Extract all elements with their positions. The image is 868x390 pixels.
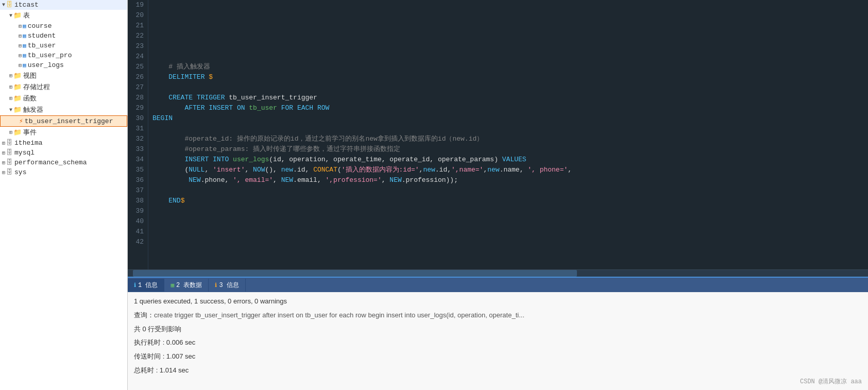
- bottom-panel: ℹ 1 信息 ▦ 2 表数据 ℹ 3 信息 1 queries executed…: [128, 277, 868, 390]
- query-text: 查询：create trigger tb_user_insert_trigger…: [134, 310, 862, 321]
- folder-view[interactable]: ⊞ 📁 视图: [0, 70, 127, 81]
- code-line-31: [152, 124, 864, 134]
- bottom-tabs: ℹ 1 信息 ▦ 2 表数据 ℹ 3 信息: [128, 278, 868, 292]
- code-line-24: [152, 52, 864, 62]
- event-expand[interactable]: ⊞: [9, 129, 12, 135]
- code-line-23: [152, 41, 864, 52]
- trigger-expand[interactable]: ▼: [9, 107, 12, 113]
- table-icon-course: ▦: [23, 23, 26, 29]
- db-itcast[interactable]: ▼ 🗄 itcast: [0, 0, 127, 10]
- sys-expand[interactable]: ⊞: [2, 169, 5, 176]
- folder-func[interactable]: ⊞ 📁 函数: [0, 93, 127, 104]
- proc-expand[interactable]: ⊞: [9, 84, 12, 90]
- trigger-item-label: tb_user_insert_trigger: [25, 117, 113, 125]
- db-name-itcast: itcast: [14, 1, 39, 9]
- trigger-item-icon: ⚡: [19, 117, 23, 125]
- table-icon-user-logs: ▦: [23, 62, 26, 69]
- user-logs-expand[interactable]: ⊞: [19, 62, 22, 69]
- itheima-expand[interactable]: ⊞: [2, 140, 5, 146]
- tb-user-expand[interactable]: ⊞: [19, 43, 22, 49]
- tab-info-1[interactable]: ℹ 1 信息: [128, 279, 164, 292]
- trigger-item-tb-user-insert[interactable]: ⚡ tb_user_insert_trigger: [0, 115, 127, 127]
- exec-value: : 0.006 sec: [163, 338, 196, 346]
- table-tb-user-pro[interactable]: ⊞ ▦ tb_user_pro: [0, 50, 127, 60]
- code-editor[interactable]: 1920212223242526272829303132333435363738…: [128, 0, 868, 269]
- stat-exec: 执行耗时 : 0.006 sec: [134, 337, 862, 348]
- table-folder-expand[interactable]: ▼: [9, 13, 12, 19]
- tab-table-data[interactable]: ▦ 2 表数据: [164, 279, 209, 292]
- db-icon: 🗄: [6, 1, 13, 9]
- table-folder-icon: 📁: [13, 11, 22, 20]
- line-number-22: 22: [132, 31, 144, 41]
- table-icon-student: ▦: [23, 32, 26, 39]
- db-performance-schema[interactable]: ⊞ 🗄 performance_schema: [0, 158, 127, 167]
- code-line-40: [152, 216, 864, 227]
- code-line-35: (NULL, 'insert', NOW(), new.id, CONCAT('…: [152, 165, 864, 175]
- line-number-29: 29: [132, 103, 144, 113]
- db-sys[interactable]: ⊞ 🗄 sys: [0, 167, 127, 177]
- code-line-32: #operate_id: 操作的原始记录的id，通过之前学习的别名new拿到插入…: [152, 134, 864, 144]
- stat-total: 总耗时 : 1.014 sec: [134, 365, 862, 376]
- view-folder-label: 视图: [23, 71, 37, 80]
- watermark: CSDN @清风微凉 aaa: [800, 377, 862, 386]
- total-value: : 1.014 sec: [156, 366, 189, 374]
- db-itheima[interactable]: ⊞ 🗄 itheima: [0, 138, 127, 148]
- code-line-29: AFTER INSERT ON tb_user FOR EACH ROW: [152, 103, 864, 113]
- folder-proc[interactable]: ⊞ 📁 存储过程: [0, 81, 127, 93]
- line-number-42: 42: [132, 237, 144, 247]
- tab2-label: 2 表数据: [176, 281, 202, 290]
- expand-icon[interactable]: ▼: [2, 2, 5, 8]
- table-name-user-logs: user_logs: [28, 61, 64, 69]
- course-expand[interactable]: ⊞: [19, 23, 22, 29]
- line-number-24: 24: [132, 52, 144, 62]
- line-number-25: 25: [132, 62, 144, 72]
- table-user-logs[interactable]: ⊞ ▦ user_logs: [0, 60, 127, 70]
- line-number-32: 32: [132, 134, 144, 144]
- code-line-36: NEW.phone, ', email=', NEW.email, ',prof…: [152, 175, 864, 185]
- folder-event[interactable]: ⊞ 📁 事件: [0, 127, 127, 138]
- code-line-26: DELIMITER $: [152, 72, 864, 82]
- line-number-31: 31: [132, 124, 144, 134]
- line-number-28: 28: [132, 93, 144, 103]
- line-number-37: 37: [132, 185, 144, 196]
- folder-table[interactable]: ▼ 📁 表: [0, 10, 127, 21]
- code-line-41: [152, 227, 864, 237]
- line-number-30: 30: [132, 113, 144, 124]
- tab1-icon: ℹ: [134, 282, 136, 289]
- transfer-label: 传送时间: [134, 352, 161, 360]
- view-expand[interactable]: ⊞: [9, 73, 12, 79]
- tb-user-pro-expand[interactable]: ⊞: [19, 53, 22, 59]
- db-icon-itheima: 🗄: [6, 139, 13, 147]
- table-student[interactable]: ⊞ ▦ student: [0, 31, 127, 41]
- total-label: 总耗时: [134, 366, 154, 374]
- table-tb-user[interactable]: ⊞ ▦ tb_user: [0, 41, 127, 50]
- line-number-23: 23: [132, 41, 144, 52]
- db-name-perf: performance_schema: [14, 159, 87, 166]
- mysql-expand[interactable]: ⊞: [2, 150, 5, 156]
- line-numbers: 1920212223242526272829303132333435363738…: [128, 0, 148, 269]
- query-label: 查询：: [134, 311, 154, 319]
- code-line-33: #operate_params: 插入时传递了哪些参数，通过字符串拼接函数指定: [152, 144, 864, 155]
- table-icon-tb-user-pro: ▦: [23, 52, 26, 59]
- code-content[interactable]: # 插入触发器 DELIMITER $ CREATE TRIGGER tb_us…: [148, 0, 868, 269]
- tab2-icon: ▦: [171, 282, 174, 289]
- db-icon-perf: 🗄: [6, 159, 13, 166]
- code-line-34: INSERT INTO user_logs(id, operation, ope…: [152, 155, 864, 165]
- folder-trigger[interactable]: ▼ 📁 触发器: [0, 104, 127, 115]
- line-number-36: 36: [132, 175, 144, 185]
- horizontal-scrollbar[interactable]: [128, 269, 868, 277]
- perf-expand[interactable]: ⊞: [2, 160, 5, 166]
- proc-folder-label: 存储过程: [23, 82, 50, 92]
- table-course[interactable]: ⊞ ▦ course: [0, 21, 127, 31]
- db-mysql[interactable]: ⊞ 🗄 mysql: [0, 148, 127, 158]
- code-line-22: [152, 31, 864, 41]
- tab-info-3[interactable]: ℹ 3 信息: [209, 279, 245, 292]
- student-expand[interactable]: ⊞: [19, 33, 22, 39]
- line-number-21: 21: [132, 21, 144, 31]
- proc-folder-icon: 📁: [13, 83, 22, 91]
- func-expand[interactable]: ⊞: [9, 95, 12, 101]
- line-number-33: 33: [132, 144, 144, 155]
- stat-transfer: 传送时间 : 1.007 sec: [134, 351, 862, 362]
- tab3-label: 3 信息: [219, 281, 239, 290]
- transfer-value: : 1.007 sec: [163, 352, 196, 360]
